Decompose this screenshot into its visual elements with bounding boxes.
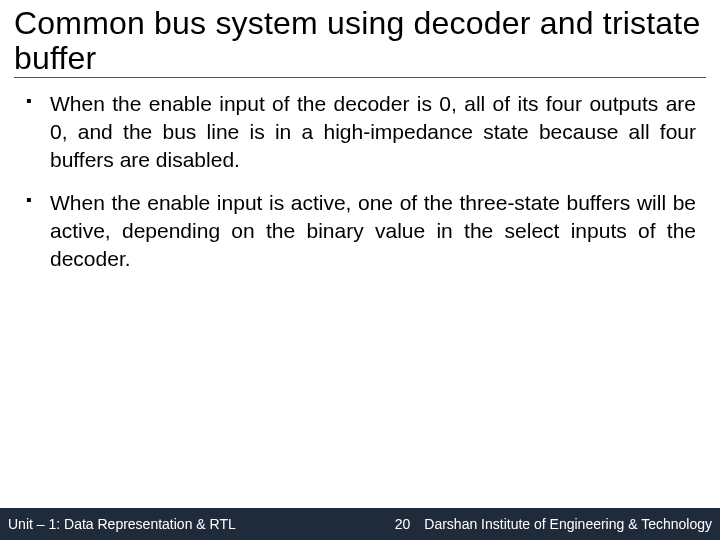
slide: Common bus system using decoder and tris… bbox=[0, 0, 720, 540]
content-area: When the enable input of the decoder is … bbox=[0, 80, 720, 288]
title-block: Common bus system using decoder and tris… bbox=[0, 0, 720, 80]
list-item: When the enable input of the decoder is … bbox=[24, 90, 696, 173]
footer-institute: Darshan Institute of Engineering & Techn… bbox=[424, 516, 720, 532]
bullet-list: When the enable input of the decoder is … bbox=[24, 90, 696, 272]
footer-bar: Unit – 1: Data Representation & RTL 20 D… bbox=[0, 508, 720, 540]
slide-title: Common bus system using decoder and tris… bbox=[14, 6, 706, 75]
title-underline bbox=[14, 77, 706, 78]
footer-page-number: 20 bbox=[381, 516, 425, 532]
footer-unit: Unit – 1: Data Representation & RTL bbox=[0, 516, 236, 532]
list-item: When the enable input is active, one of … bbox=[24, 189, 696, 272]
